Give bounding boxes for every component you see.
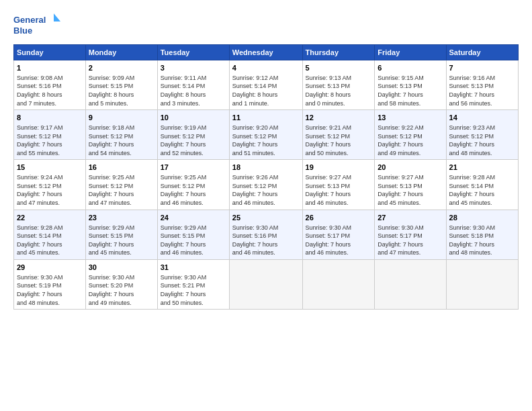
calendar-cell: 24Sunrise: 9:29 AM Sunset: 5:15 PM Dayli… [157,210,229,259]
day-number: 25 [232,213,300,223]
day-info: Sunrise: 9:29 AM Sunset: 5:15 PM Dayligh… [161,224,226,257]
calendar-cell: 5Sunrise: 9:13 AM Sunset: 5:13 PM Daylig… [302,60,375,110]
day-number: 28 [449,213,515,223]
calendar-cell: 29Sunrise: 9:30 AM Sunset: 5:19 PM Dayli… [14,259,86,309]
day-number: 26 [306,213,372,223]
day-info: Sunrise: 9:08 AM Sunset: 5:16 PM Dayligh… [17,74,83,107]
calendar-week-3: 15Sunrise: 9:24 AM Sunset: 5:12 PM Dayli… [14,160,519,210]
day-number: 22 [17,213,83,223]
calendar-cell: 7Sunrise: 9:16 AM Sunset: 5:13 PM Daylig… [446,60,518,110]
calendar-cell: 20Sunrise: 9:27 AM Sunset: 5:13 PM Dayli… [375,160,446,210]
calendar-cell: 19Sunrise: 9:27 AM Sunset: 5:13 PM Dayli… [302,160,375,210]
calendar-cell: 3Sunrise: 9:11 AM Sunset: 5:14 PM Daylig… [157,60,229,110]
calendar-header-row: SundayMondayTuesdayWednesdayThursdayFrid… [14,45,519,60]
col-header-thursday: Thursday [302,45,375,60]
page: General Blue SundayMondayTuesdayWednesda… [0,0,532,411]
day-info: Sunrise: 9:25 AM Sunset: 5:12 PM Dayligh… [161,173,226,207]
day-number: 5 [306,63,372,73]
calendar-cell [375,259,446,309]
day-info: Sunrise: 9:13 AM Sunset: 5:13 PM Dayligh… [306,74,372,107]
calendar-cell: 11Sunrise: 9:20 AM Sunset: 5:12 PM Dayli… [229,110,302,160]
day-number: 11 [232,113,300,123]
day-number: 3 [161,63,226,73]
calendar-cell: 13Sunrise: 9:22 AM Sunset: 5:12 PM Dayli… [375,110,446,160]
calendar-cell: 9Sunrise: 9:18 AM Sunset: 5:12 PM Daylig… [85,110,157,160]
calendar-cell [229,259,302,309]
logo: General Blue [13,12,60,38]
day-info: Sunrise: 9:27 AM Sunset: 5:13 PM Dayligh… [306,173,372,207]
day-number: 9 [89,113,154,123]
day-number: 4 [232,63,300,73]
col-header-friday: Friday [375,45,446,60]
day-number: 18 [232,163,300,173]
day-number: 20 [378,163,443,173]
col-header-sunday: Sunday [14,45,86,60]
day-info: Sunrise: 9:29 AM Sunset: 5:15 PM Dayligh… [89,224,154,257]
day-info: Sunrise: 9:30 AM Sunset: 5:17 PM Dayligh… [306,224,372,257]
day-info: Sunrise: 9:22 AM Sunset: 5:12 PM Dayligh… [378,124,443,157]
calendar-cell [446,259,518,309]
col-header-tuesday: Tuesday [157,45,229,60]
day-number: 6 [378,63,443,73]
day-info: Sunrise: 9:30 AM Sunset: 5:18 PM Dayligh… [449,224,515,257]
svg-text:General: General [13,15,46,25]
col-header-monday: Monday [85,45,157,60]
calendar-cell: 4Sunrise: 9:12 AM Sunset: 5:14 PM Daylig… [229,60,302,110]
calendar-cell: 17Sunrise: 9:25 AM Sunset: 5:12 PM Dayli… [157,160,229,210]
day-info: Sunrise: 9:20 AM Sunset: 5:12 PM Dayligh… [232,124,300,157]
calendar-cell: 25Sunrise: 9:30 AM Sunset: 5:16 PM Dayli… [229,210,302,259]
day-number: 17 [161,163,226,173]
day-number: 1 [17,63,83,73]
day-info: Sunrise: 9:15 AM Sunset: 5:13 PM Dayligh… [378,74,443,107]
calendar-cell: 23Sunrise: 9:29 AM Sunset: 5:15 PM Dayli… [85,210,157,259]
logo-svg: General Blue [13,12,60,38]
calendar-cell: 12Sunrise: 9:21 AM Sunset: 5:12 PM Dayli… [302,110,375,160]
calendar-cell [302,259,375,309]
day-number: 27 [378,213,443,223]
day-info: Sunrise: 9:11 AM Sunset: 5:14 PM Dayligh… [161,74,226,107]
day-number: 24 [161,213,226,223]
calendar-cell: 10Sunrise: 9:19 AM Sunset: 5:12 PM Dayli… [157,110,229,160]
day-number: 31 [161,263,226,273]
day-number: 29 [17,263,83,273]
calendar-cell: 16Sunrise: 9:25 AM Sunset: 5:12 PM Dayli… [85,160,157,210]
calendar-cell: 15Sunrise: 9:24 AM Sunset: 5:12 PM Dayli… [14,160,86,210]
day-number: 7 [449,63,515,73]
calendar-cell: 28Sunrise: 9:30 AM Sunset: 5:18 PM Dayli… [446,210,518,259]
header: General Blue [13,12,519,38]
day-number: 21 [449,163,515,173]
day-info: Sunrise: 9:26 AM Sunset: 5:12 PM Dayligh… [232,173,300,207]
day-info: Sunrise: 9:18 AM Sunset: 5:12 PM Dayligh… [89,124,154,157]
day-info: Sunrise: 9:12 AM Sunset: 5:14 PM Dayligh… [232,74,300,107]
day-number: 12 [306,113,372,123]
calendar-week-2: 8Sunrise: 9:17 AM Sunset: 5:12 PM Daylig… [14,110,519,160]
calendar-cell: 8Sunrise: 9:17 AM Sunset: 5:12 PM Daylig… [14,110,86,160]
calendar-cell: 18Sunrise: 9:26 AM Sunset: 5:12 PM Dayli… [229,160,302,210]
day-info: Sunrise: 9:09 AM Sunset: 5:15 PM Dayligh… [89,74,154,107]
day-info: Sunrise: 9:30 AM Sunset: 5:17 PM Dayligh… [378,224,443,257]
calendar-cell: 1Sunrise: 9:08 AM Sunset: 5:16 PM Daylig… [14,60,86,110]
day-info: Sunrise: 9:23 AM Sunset: 5:12 PM Dayligh… [449,124,515,157]
col-header-saturday: Saturday [446,45,518,60]
day-info: Sunrise: 9:30 AM Sunset: 5:20 PM Dayligh… [89,273,154,307]
day-info: Sunrise: 9:21 AM Sunset: 5:12 PM Dayligh… [306,124,372,157]
svg-marker-2 [54,13,60,21]
calendar-cell: 30Sunrise: 9:30 AM Sunset: 5:20 PM Dayli… [85,259,157,309]
day-info: Sunrise: 9:28 AM Sunset: 5:14 PM Dayligh… [449,173,515,207]
day-number: 2 [89,63,154,73]
day-number: 15 [17,163,83,173]
day-number: 14 [449,113,515,123]
calendar-cell: 21Sunrise: 9:28 AM Sunset: 5:14 PM Dayli… [446,160,518,210]
calendar-cell: 27Sunrise: 9:30 AM Sunset: 5:17 PM Dayli… [375,210,446,259]
day-info: Sunrise: 9:25 AM Sunset: 5:12 PM Dayligh… [89,173,154,207]
day-info: Sunrise: 9:24 AM Sunset: 5:12 PM Dayligh… [17,173,83,207]
day-info: Sunrise: 9:30 AM Sunset: 5:21 PM Dayligh… [161,273,226,307]
calendar-table: SundayMondayTuesdayWednesdayThursdayFrid… [13,44,519,310]
day-info: Sunrise: 9:30 AM Sunset: 5:16 PM Dayligh… [232,224,300,257]
day-number: 30 [89,263,154,273]
calendar-cell: 22Sunrise: 9:28 AM Sunset: 5:14 PM Dayli… [14,210,86,259]
day-info: Sunrise: 9:16 AM Sunset: 5:13 PM Dayligh… [449,74,515,107]
day-info: Sunrise: 9:17 AM Sunset: 5:12 PM Dayligh… [17,124,83,157]
svg-text:Blue: Blue [13,26,32,36]
day-info: Sunrise: 9:19 AM Sunset: 5:12 PM Dayligh… [161,124,226,157]
